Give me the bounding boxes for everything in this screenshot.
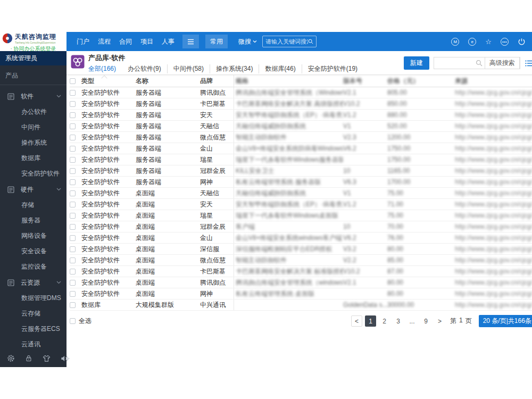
row-checkbox[interactable] [70,235,76,241]
row-checkbox[interactable] [70,257,76,263]
message-m-icon[interactable]: M [451,38,459,46]
topnav-item[interactable]: 门户 [75,35,91,48]
search-icon[interactable] [308,38,313,45]
page-size-info[interactable]: 20 条/页|共166条 [479,315,532,327]
table-row[interactable]: 数据库 大规模集群版 中兴通讯 GoldenData s... 30000.00… [70,300,532,311]
current-page[interactable]: 1 [365,315,376,327]
search-icon[interactable] [476,60,483,66]
jump-page-number[interactable]: 1 [459,317,463,326]
row-checkbox[interactable] [70,202,76,207]
power-logout-icon[interactable] [518,38,526,46]
page-button[interactable]: 3 [393,315,404,327]
row-checkbox[interactable] [70,269,76,275]
settings-gear-icon[interactable] [7,354,15,362]
page-button[interactable]: 2 [379,315,390,327]
table-row[interactable]: 安全防护软件 桌面端 网神 私有云终端管理系统·桌面版 80.00 http:/… [70,288,532,300]
sidebar-item[interactable]: 云存储 [0,306,66,321]
sidebar-item[interactable]: 安全防护软件 [0,166,66,181]
sidebar-item[interactable]: 服务器 [0,213,66,228]
lock-icon[interactable] [25,354,32,362]
category-tab[interactable]: 安全防护软件(19) [302,64,363,73]
more-options-icon[interactable]: ••• [501,38,509,46]
table-row[interactable]: 安全防护软件 服务器端 卡巴斯基 卡巴斯基网络安全解决方案 高级版授权许可 3年… [70,98,532,110]
sidebar-item[interactable]: 数据管理DMS [0,290,66,306]
enterprise-e-icon[interactable]: e [468,38,476,46]
category-tab[interactable]: 中间件(58) [167,64,210,73]
row-checkbox[interactable] [70,90,76,96]
row-checkbox[interactable] [70,112,76,118]
prev-page-button[interactable]: < [351,315,362,327]
sidebar-item[interactable]: 网络设备 [0,228,66,244]
next-page-button[interactable]: > [434,315,445,327]
sidebar-item[interactable]: 数据库 [0,151,66,166]
col-price[interactable]: 价格（元） [387,77,455,86]
category-tab[interactable]: 办公软件(9) [122,64,167,73]
row-checkbox[interactable] [70,280,76,286]
row-checkbox[interactable] [70,291,76,297]
row-checkbox[interactable] [70,146,76,152]
topnav-item[interactable]: 合同 [118,35,134,48]
sidebar-item[interactable]: 中间件 [0,120,66,135]
tab-all[interactable]: 全部(166) [88,64,122,73]
search-scope-dropdown[interactable]: 微搜 [238,37,257,46]
row-checkbox[interactable] [70,135,76,140]
table-row[interactable]: 安全防护软件 桌面端 冠群金辰 客户端 10 70.00 http://www.… [70,221,532,232]
row-checkbox[interactable] [70,179,76,185]
col-version[interactable]: 版本号 [343,77,387,86]
row-checkbox[interactable] [70,123,76,129]
menu-hamburger-button[interactable] [182,35,199,48]
row-checkbox[interactable] [70,246,76,252]
table-row[interactable]: 安全防护软件 服务器端 腾讯御点 腾讯御点终端安全管理系统（Windows版） … [70,87,532,98]
col-spec[interactable]: 规格 [234,77,343,86]
col-source[interactable]: 来源 [455,77,532,86]
topnav-item[interactable]: 人事 [160,35,176,48]
table-row[interactable]: 安全防护软件 桌面端 卡巴斯基 卡巴斯基网络安全解决方案 标准版授权 - KES… [70,266,532,277]
col-brand[interactable]: 品牌 [200,75,234,87]
sidebar-item[interactable]: 办公软件 [0,104,66,120]
table-row[interactable]: 安全防护软件 桌面端 安天 安天智甲终端防御系统（EP）·病毒查杀版 V1.2 … [70,199,532,210]
table-row[interactable]: 安全防护软件 服务器端 网神 私有云终端管理系统·服务器版 V6.3 1700.… [70,177,532,188]
sidebar-item[interactable]: 存储 [0,197,66,213]
row-checkbox[interactable] [70,157,76,163]
table-row[interactable]: 安全防护软件 桌面端 金山 金山V8+终端安全系统windows客户端 V6.2… [70,232,532,244]
sidebar-group-software[interactable]: 软件 [0,88,66,104]
sidebar-item[interactable]: 云服务器ECS [0,321,66,337]
col-type[interactable]: 类型 [81,77,136,86]
table-row[interactable]: 安全防护软件 服务器端 冠群金辰 KILL安全卫士 10 1165.00 htt… [70,165,532,177]
row-checkbox[interactable] [70,224,76,230]
row-checkbox[interactable] [70,168,76,174]
table-row[interactable]: 安全防护软件 桌面端 天融信 天融信终端威胁防御系统 V1 75.00 http… [70,188,532,199]
speaker-volume-icon[interactable] [61,355,70,362]
page-button[interactable]: 9 [420,315,431,327]
table-row[interactable]: 安全防护软件 桌面端 瑞星 瑞星下一代杀毒软件Windows桌面版 75.00 … [70,210,532,221]
sidebar-group-cloud[interactable]: 云资源 [0,275,66,290]
table-search-input[interactable] [434,57,476,69]
select-all-checkbox[interactable] [70,318,76,324]
col-name[interactable]: 名称 [136,77,200,86]
table-row[interactable]: 安全防护软件 服务器端 金山 金山V8+终端安全系统防病毒Windows服务器版… [70,143,532,154]
topnav-item[interactable]: 项目 [139,35,155,48]
topnav-item[interactable]: 流程 [96,35,112,48]
select-all-control[interactable]: 全选 [70,317,92,326]
favorites-star-icon[interactable]: ☆ [485,38,492,45]
category-tab[interactable]: 数据库(46) [259,64,301,73]
row-checkbox[interactable] [70,213,76,219]
row-checkbox[interactable] [70,302,76,308]
table-row[interactable]: 安全防护软件 服务器端 微点佰慧 智能主动防御软件 V2.3 1200.00 h… [70,132,532,143]
table-row[interactable]: 安全防护软件 桌面端 微点佰慧 智能主动防御软件 V2.2 85.00 http… [70,255,532,266]
global-search-input[interactable] [265,38,308,45]
row-checkbox[interactable] [70,101,76,107]
table-row[interactable]: 安全防护软件 服务器端 安天 安天智甲终端防御系统（EP）·病毒查杀版 V1.2… [70,110,532,121]
advanced-search-button[interactable]: 高级搜索 [485,57,520,69]
sidebar-item[interactable]: 监控设备 [0,259,66,275]
row-checkbox[interactable] [70,190,76,196]
table-row[interactable]: 安全防护软件 桌面端 腾讯御点 腾讯御点终端安全管理系统（windows版）V2… [70,277,532,288]
category-tab[interactable]: 操作系统(34) [210,64,259,73]
column-settings-icon[interactable] [525,60,532,66]
table-row[interactable]: 安全防护软件 服务器端 天融信 天融信终端威胁防御系统 V1 520.00 ht… [70,121,532,132]
select-all-checkbox-header[interactable] [70,78,76,84]
page-button[interactable]: ... [406,315,418,327]
table-row[interactable]: 安全防护软件 服务器端 瑞星 瑞星下一代杀毒软件Windows服务器版 1750… [70,154,532,165]
sidebar-item[interactable]: 云通讯 [0,337,66,352]
sidebar-item[interactable]: 安全设备 [0,244,66,259]
